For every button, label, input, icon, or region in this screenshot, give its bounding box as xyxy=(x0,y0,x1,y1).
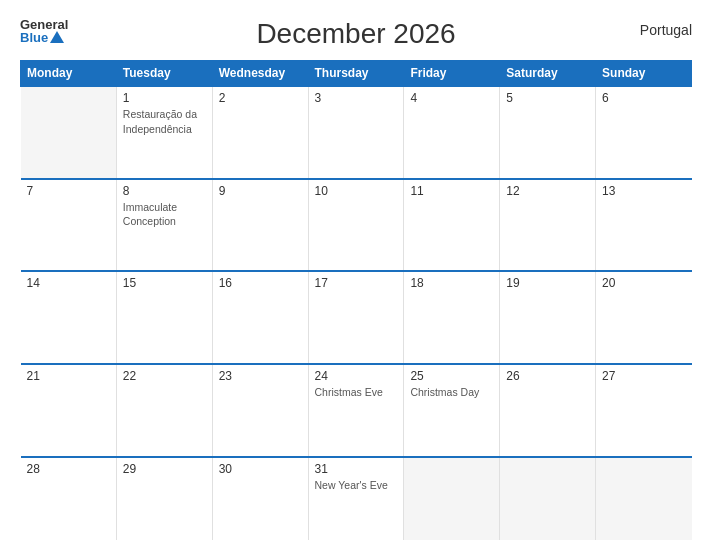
day-number: 18 xyxy=(410,276,493,290)
country-label: Portugal xyxy=(640,22,692,38)
day-header-wednesday: Wednesday xyxy=(212,61,308,87)
day-number: 4 xyxy=(410,91,493,105)
calendar-cell xyxy=(596,457,692,540)
day-number: 31 xyxy=(315,462,398,476)
calendar-cell: 31New Year's Eve xyxy=(308,457,404,540)
calendar-cell xyxy=(404,457,500,540)
calendar-cell: 3 xyxy=(308,86,404,179)
week-row-3: 14151617181920 xyxy=(21,271,692,364)
day-number: 25 xyxy=(410,369,493,383)
day-number: 7 xyxy=(27,184,110,198)
calendar-cell: 1Restauração da Independência xyxy=(116,86,212,179)
header: General Blue December 2026 Portugal xyxy=(20,18,692,50)
calendar-cell xyxy=(21,86,117,179)
calendar-title: December 2026 xyxy=(256,18,455,50)
day-header-friday: Friday xyxy=(404,61,500,87)
day-header-row: MondayTuesdayWednesdayThursdayFridaySatu… xyxy=(21,61,692,87)
calendar-cell: 21 xyxy=(21,364,117,457)
calendar-cell: 4 xyxy=(404,86,500,179)
week-row-1: 1Restauração da Independência23456 xyxy=(21,86,692,179)
logo-blue-text: Blue xyxy=(20,31,68,44)
calendar-cell: 18 xyxy=(404,271,500,364)
day-number: 15 xyxy=(123,276,206,290)
holiday-label: Immaculate Conception xyxy=(123,201,177,228)
day-number: 8 xyxy=(123,184,206,198)
logo: General Blue xyxy=(20,18,68,44)
calendar-cell: 26 xyxy=(500,364,596,457)
calendar-cell: 2 xyxy=(212,86,308,179)
day-number: 10 xyxy=(315,184,398,198)
calendar-cell: 9 xyxy=(212,179,308,272)
calendar-cell: 8Immaculate Conception xyxy=(116,179,212,272)
calendar-cell: 28 xyxy=(21,457,117,540)
day-number: 24 xyxy=(315,369,398,383)
day-header-thursday: Thursday xyxy=(308,61,404,87)
day-number: 5 xyxy=(506,91,589,105)
week-row-4: 21222324Christmas Eve25Christmas Day2627 xyxy=(21,364,692,457)
week-row-2: 78Immaculate Conception910111213 xyxy=(21,179,692,272)
calendar-cell: 24Christmas Eve xyxy=(308,364,404,457)
calendar-cell: 19 xyxy=(500,271,596,364)
calendar-cell: 20 xyxy=(596,271,692,364)
day-number: 14 xyxy=(27,276,110,290)
calendar-cell: 13 xyxy=(596,179,692,272)
calendar-cell: 12 xyxy=(500,179,596,272)
day-number: 1 xyxy=(123,91,206,105)
holiday-label: New Year's Eve xyxy=(315,479,388,491)
calendar-cell: 6 xyxy=(596,86,692,179)
logo-triangle-icon xyxy=(50,31,64,43)
calendar-cell: 15 xyxy=(116,271,212,364)
calendar-cell: 10 xyxy=(308,179,404,272)
day-number: 30 xyxy=(219,462,302,476)
day-header-sunday: Sunday xyxy=(596,61,692,87)
day-number: 12 xyxy=(506,184,589,198)
holiday-label: Restauração da Independência xyxy=(123,108,197,135)
day-number: 23 xyxy=(219,369,302,383)
day-number: 20 xyxy=(602,276,685,290)
day-number: 21 xyxy=(27,369,110,383)
holiday-label: Christmas Day xyxy=(410,386,479,398)
calendar-cell: 23 xyxy=(212,364,308,457)
holiday-label: Christmas Eve xyxy=(315,386,383,398)
calendar-cell: 29 xyxy=(116,457,212,540)
day-number: 29 xyxy=(123,462,206,476)
calendar-cell: 14 xyxy=(21,271,117,364)
page: General Blue December 2026 Portugal Mond… xyxy=(0,0,712,550)
day-number: 6 xyxy=(602,91,685,105)
day-number: 13 xyxy=(602,184,685,198)
calendar-cell: 30 xyxy=(212,457,308,540)
calendar-table: MondayTuesdayWednesdayThursdayFridaySatu… xyxy=(20,60,692,540)
day-header-saturday: Saturday xyxy=(500,61,596,87)
day-number: 26 xyxy=(506,369,589,383)
calendar-cell: 16 xyxy=(212,271,308,364)
week-row-5: 28293031New Year's Eve xyxy=(21,457,692,540)
day-number: 28 xyxy=(27,462,110,476)
calendar-cell: 7 xyxy=(21,179,117,272)
day-header-monday: Monday xyxy=(21,61,117,87)
day-number: 27 xyxy=(602,369,685,383)
day-number: 2 xyxy=(219,91,302,105)
day-header-tuesday: Tuesday xyxy=(116,61,212,87)
calendar-cell: 22 xyxy=(116,364,212,457)
day-number: 3 xyxy=(315,91,398,105)
calendar-cell: 5 xyxy=(500,86,596,179)
day-number: 17 xyxy=(315,276,398,290)
calendar-cell: 25Christmas Day xyxy=(404,364,500,457)
day-number: 22 xyxy=(123,369,206,383)
calendar-cell: 17 xyxy=(308,271,404,364)
day-number: 9 xyxy=(219,184,302,198)
calendar-cell xyxy=(500,457,596,540)
day-number: 19 xyxy=(506,276,589,290)
day-number: 11 xyxy=(410,184,493,198)
day-number: 16 xyxy=(219,276,302,290)
calendar-cell: 11 xyxy=(404,179,500,272)
calendar-cell: 27 xyxy=(596,364,692,457)
